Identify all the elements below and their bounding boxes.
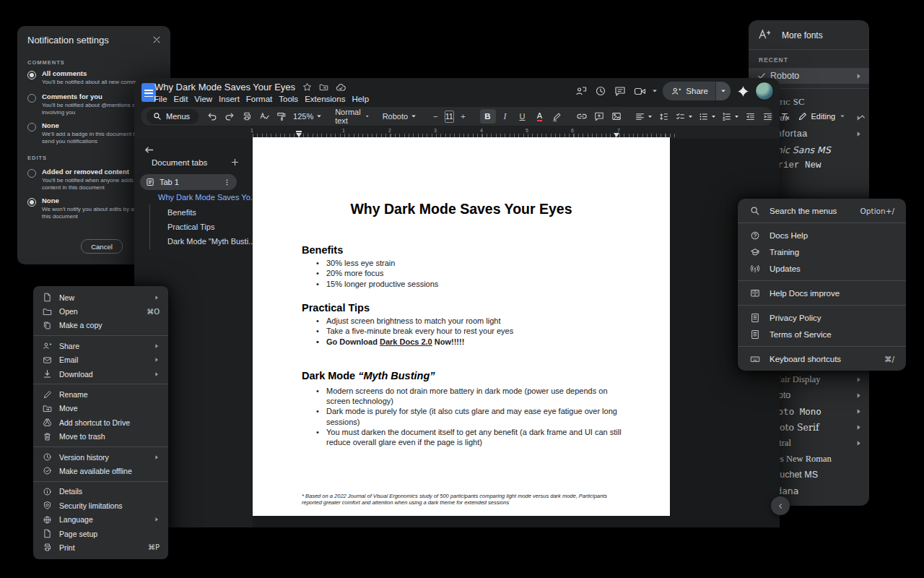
back-arrow-icon[interactable] xyxy=(144,144,154,155)
list-item[interactable]: You must darken the document itself to g… xyxy=(326,427,624,447)
star-icon[interactable] xyxy=(302,82,312,92)
doc-heading-title[interactable]: Why Dark Mode Saves Your Eyes xyxy=(253,201,670,217)
menu-item-details[interactable]: Details xyxy=(33,485,168,499)
menu-item-move[interactable]: Move xyxy=(33,402,168,415)
insert-link-icon[interactable] xyxy=(574,109,590,124)
myths-list[interactable]: Modern screens do not drain more battery… xyxy=(326,386,624,447)
menu-help[interactable]: Help xyxy=(352,95,369,103)
bold-icon[interactable]: B xyxy=(480,109,496,124)
underline-icon[interactable]: U xyxy=(515,109,531,124)
italic-icon[interactable]: I xyxy=(497,109,513,124)
add-comment-icon[interactable] xyxy=(591,109,607,124)
radio-icon[interactable] xyxy=(27,94,36,103)
document-page[interactable]: Why Dark Mode Saves Your Eyes Benefits 3… xyxy=(253,137,670,516)
menu-file[interactable]: File xyxy=(154,95,167,103)
outline-item[interactable]: Practical Tips xyxy=(167,223,214,231)
clear-formatting-icon[interactable] xyxy=(777,109,793,124)
menu-item-privacy-policy[interactable]: Privacy Policy xyxy=(738,309,906,326)
bulleted-list-icon[interactable] xyxy=(697,112,718,121)
menu-item-add-shortcut-to-drive[interactable]: Add shortcut to Drive xyxy=(33,415,168,429)
collapse-side-panel-button[interactable] xyxy=(771,496,790,515)
menu-item-updates[interactable]: Updates xyxy=(738,260,906,277)
tab-options-kebab-icon[interactable] xyxy=(223,178,231,186)
list-item[interactable]: Modern screens do not drain more battery… xyxy=(326,386,624,406)
menu-item-keyboard-shortcuts[interactable]: Keyboard shortcuts ⌘/ xyxy=(738,350,906,367)
outline-item[interactable]: Benefits xyxy=(167,208,196,217)
menu-item-email[interactable]: Email xyxy=(33,353,168,367)
font-size-input[interactable]: 11 xyxy=(445,111,453,123)
version-history-icon[interactable] xyxy=(593,84,608,98)
list-item[interactable]: Take a five-minute break every hour to r… xyxy=(326,326,513,336)
menu-item-language[interactable]: Language xyxy=(33,512,168,526)
comments-icon[interactable] xyxy=(613,84,627,98)
menu-item-search-the-menus[interactable]: Search the menus Option+/ xyxy=(738,202,906,219)
share-button[interactable]: Share xyxy=(663,82,731,100)
meet-camera-icon[interactable] xyxy=(632,84,647,98)
collapse-toolbar-icon[interactable] xyxy=(854,109,870,124)
tips-list[interactable]: Adjust screen brightness to match your r… xyxy=(326,316,513,347)
menu-edit[interactable]: Edit xyxy=(174,95,188,103)
share-dropdown-caret-icon[interactable] xyxy=(715,82,731,100)
font-select[interactable]: Roboto xyxy=(380,112,419,121)
menu-item-training[interactable]: Training xyxy=(738,243,906,260)
paint-format-icon[interactable] xyxy=(274,109,289,124)
menu-item-version-history[interactable]: Version history xyxy=(33,450,168,464)
menu-extensions[interactable]: Extensions xyxy=(305,95,345,103)
search-menus-button[interactable]: Menus xyxy=(147,109,199,124)
gemini-sparkle-icon[interactable] xyxy=(736,84,750,98)
list-item-cta[interactable]: Go Download Dark Docs 2.0 Now!!!!! xyxy=(326,337,513,347)
insert-image-icon[interactable] xyxy=(609,109,624,124)
radio-icon[interactable] xyxy=(27,169,36,178)
highlight-color-icon[interactable] xyxy=(549,109,565,124)
menu-item-help-docs-improve[interactable]: Help Docs improve xyxy=(738,285,906,301)
footnote[interactable]: * Based on a 2022 Journal of Visual Ergo… xyxy=(302,493,623,506)
checklist-icon[interactable] xyxy=(674,112,695,121)
list-item[interactable]: Dark mode is purely for style (it also c… xyxy=(326,406,624,426)
decrease-indent-icon[interactable] xyxy=(743,109,759,124)
redo-icon[interactable] xyxy=(222,109,237,124)
increase-font-size-button[interactable]: + xyxy=(456,109,471,124)
align-select[interactable] xyxy=(633,112,655,121)
menu-item-docs-help[interactable]: Docs Help xyxy=(738,227,906,243)
heading-practical-tips[interactable]: Practical Tips xyxy=(302,302,370,314)
undo-icon[interactable] xyxy=(204,109,220,124)
menu-item-share[interactable]: Share xyxy=(33,339,168,353)
editing-mode-select[interactable]: Editing xyxy=(798,112,846,121)
list-item[interactable]: 20% more focus xyxy=(326,268,438,278)
radio-selected-icon[interactable] xyxy=(27,71,36,79)
line-spacing-icon[interactable] xyxy=(656,109,672,124)
menu-item-move-to-trash[interactable]: Move to trash xyxy=(33,430,168,444)
tab-1-item[interactable]: Tab 1 xyxy=(140,174,237,190)
menu-tools[interactable]: Tools xyxy=(279,95,298,103)
move-folder-icon[interactable] xyxy=(319,82,328,92)
spellcheck-icon[interactable] xyxy=(256,109,272,124)
radio-icon[interactable] xyxy=(27,123,36,131)
menu-item-make-available-offline[interactable]: Make available offline xyxy=(33,464,168,478)
menu-item-make-a-copy[interactable]: Make a copy xyxy=(33,319,168,332)
add-tab-icon[interactable] xyxy=(230,158,240,167)
indent-bar-marker[interactable] xyxy=(296,131,302,132)
menu-view[interactable]: View xyxy=(194,95,212,103)
text-color-icon[interactable]: A xyxy=(537,112,542,121)
more-fonts-header[interactable]: More fonts xyxy=(749,20,869,49)
heading-dark-mode-myth[interactable]: Dark Mode “Myth Busting” xyxy=(302,370,435,381)
document-title[interactable]: Why Dark Mode Saves Your Eyes xyxy=(154,82,295,92)
print-icon[interactable] xyxy=(239,109,255,124)
outline-item[interactable]: Dark Mode "Myth Busti... xyxy=(167,237,255,246)
close-icon[interactable] xyxy=(152,35,162,45)
decrease-font-size-button[interactable]: − xyxy=(427,109,443,124)
cloud-saved-icon[interactable] xyxy=(336,82,346,92)
paragraph-style-select[interactable]: Normal text xyxy=(333,108,371,125)
zoom-select[interactable]: 125% xyxy=(291,112,324,121)
radio-selected-icon[interactable] xyxy=(27,198,36,207)
benefits-list[interactable]: 30% less eye strain 20% more focus 15% l… xyxy=(326,258,438,289)
menu-format[interactable]: Format xyxy=(246,95,272,103)
menu-item-new[interactable]: New xyxy=(33,290,168,304)
menu-item-security-limitations[interactable]: Security limitations xyxy=(33,499,168,512)
cancel-button[interactable]: Cancel xyxy=(81,239,123,254)
menu-item-print[interactable]: Print ⌘P xyxy=(33,540,168,554)
heading-benefits[interactable]: Benefits xyxy=(302,244,343,256)
menu-item-page-setup[interactable]: Page setup xyxy=(33,527,168,540)
numbered-list-icon[interactable] xyxy=(720,112,741,121)
list-item[interactable]: Adjust screen brightness to match your r… xyxy=(326,316,513,326)
